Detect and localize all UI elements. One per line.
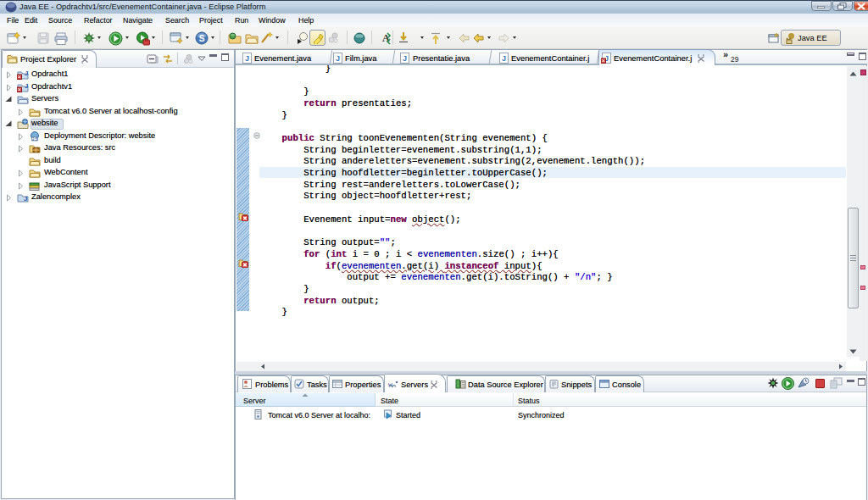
svg-text:2.5: 2.5	[32, 136, 38, 141]
svg-text:S: S	[199, 34, 205, 43]
svg-text:J: J	[502, 54, 506, 63]
svg-text:J: J	[245, 54, 249, 63]
svg-text:J: J	[25, 82, 28, 90]
svg-text:J: J	[25, 69, 28, 77]
svg-text:J: J	[24, 195, 27, 203]
svg-text:J: J	[336, 54, 340, 63]
svg-text:w‍: w‍	[388, 381, 392, 388]
svg-text:J: J	[403, 54, 407, 63]
